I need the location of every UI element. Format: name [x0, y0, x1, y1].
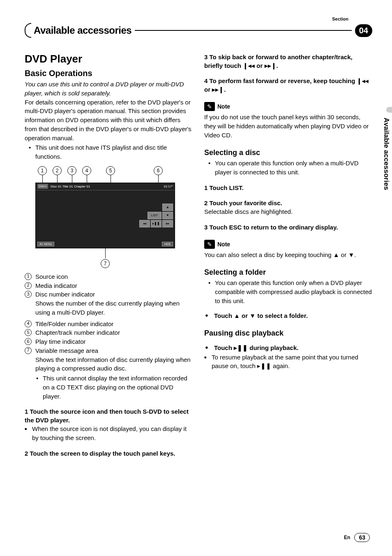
step-3: 3 To skip back or forward to another cha…	[204, 53, 372, 70]
callout-6: 6	[154, 166, 163, 175]
legend-item: 7Variable message area	[25, 346, 193, 355]
intro-bullet: This unit does not have ITS playlist and…	[25, 143, 193, 161]
page-number: 63	[354, 533, 370, 542]
next-track-icon: ▸▸❙	[265, 62, 277, 69]
step-1: 1 Touch the source icon and then touch S…	[25, 407, 193, 424]
sel-disc-step-2-body: Selectable discs are highlighted.	[204, 207, 372, 216]
legend-item: 5Chapter/track number indicator	[25, 328, 193, 337]
note-row-2: ✎ Note	[204, 240, 372, 249]
sel-disc-step-1: 1 Touch LIST.	[204, 183, 372, 192]
prev-button: ◂◂	[139, 220, 150, 227]
play-pause-icon: ▸❚❚	[257, 362, 271, 369]
note-body: If you do not use the touch panel keys w…	[204, 113, 372, 139]
callout-7: 7	[101, 259, 110, 268]
footer-lang: En	[344, 535, 350, 540]
heading-basic-operations: Basic Operations	[25, 69, 193, 78]
sel-folder-bullets: You can operate this function only when …	[204, 278, 372, 305]
heading-dvd-player: DVD Player	[25, 53, 193, 65]
next-track-icon: ▸▸❙	[212, 86, 224, 93]
down-button: ▼	[162, 212, 173, 219]
left-column: DVD Player Basic Operations You can use …	[25, 53, 193, 458]
legend-desc: Shows the number of the disc currently p…	[25, 299, 193, 317]
pause-action: Touch ▸❚❚ during playback.	[204, 343, 372, 352]
intro-body: For details concerning operation, refer …	[25, 98, 193, 143]
heading-pausing: Pausing disc playback	[204, 329, 372, 338]
play-time: 01'17"	[164, 185, 173, 188]
manual-page: Section Available accessories 04 DVD Pla…	[0, 0, 392, 556]
legend-desc: Shows the text information of disc curre…	[25, 355, 193, 373]
up-arrow-icon: ▲	[234, 312, 240, 319]
sel-disc-bullet: You can operate this function only when …	[204, 159, 372, 177]
pause-follow: To resume playback at the same point tha…	[204, 353, 372, 371]
side-tab-accent	[386, 107, 392, 113]
up-arrow-icon: ▲	[333, 251, 339, 258]
prev-track-icon: ❙◂◂	[357, 77, 369, 84]
legend-item: 2Media indicator	[25, 281, 193, 290]
legend-item: 3Disc number indicator	[25, 290, 193, 299]
av-menu-button: AV MENU	[37, 242, 54, 246]
legend-item: 4Title/Folder number indicator	[25, 320, 193, 329]
chapter-title: Available accessories	[34, 25, 131, 36]
sel-folder-action: Touch ▲ or ▼ to select a folder.	[204, 311, 372, 320]
callout-3: 3	[67, 166, 76, 175]
legend-item: 1Source icon	[25, 272, 193, 281]
source-icon: DVD-V	[37, 184, 48, 189]
callout-4: 4	[82, 166, 91, 175]
info-line: Disc 01 Title 01 Chapter 01	[51, 185, 90, 188]
section-number-badge: 04	[355, 24, 372, 37]
callout-row-bottom: 7	[35, 248, 175, 268]
hide-button: HIDE	[162, 242, 173, 246]
footer: En 63	[344, 533, 370, 542]
sel-disc-step-3: 3 Touch ESC to return to the ordinary di…	[204, 223, 372, 232]
intro-italic: You can use this unit to control a DVD p…	[25, 80, 193, 98]
next-button: ▸▸	[162, 220, 173, 227]
legend-sub-bullet: This unit cannot display the text inform…	[25, 374, 193, 401]
content-columns: DVD Player Basic Operations You can use …	[25, 53, 372, 458]
note-2-body: You can also select a disc by keeping to…	[204, 250, 372, 259]
side-tab: Available accessories	[380, 115, 392, 192]
play-pause-button: ▸❚❚	[151, 220, 161, 227]
note-label: Note	[217, 103, 230, 110]
screen-controls: ▲ LIST ▼ ◂◂ ▸❚❚ ▸▸	[139, 204, 173, 227]
note-icon: ✎	[204, 102, 215, 111]
note-label: Note	[217, 241, 230, 248]
callout-5: 5	[106, 166, 115, 175]
intro-bullet-list: This unit does not have ITS playlist and…	[25, 143, 193, 161]
down-arrow-icon: ▼	[348, 251, 354, 258]
up-button: ▲	[162, 204, 173, 211]
screen-top-bar: DVD-V Disc 01 Title 01 Chapter 01 01'17"	[36, 183, 175, 190]
sel-folder-bullet: You can operate this function only when …	[204, 278, 372, 305]
heading-selecting-folder: Selecting a folder	[204, 268, 372, 277]
step-1-follow: When the source icon is not displayed, y…	[25, 424, 193, 442]
right-column: 3 To skip back or forward to another cha…	[204, 53, 372, 458]
legend-sub-item: This unit cannot display the text inform…	[25, 374, 193, 401]
note-icon: ✎	[204, 240, 215, 249]
callout-row-top: 1 2 3 4 5 6	[35, 166, 175, 183]
figure-legend-2: 4Title/Folder number indicator 5Chapter/…	[25, 320, 193, 355]
sel-disc-step-2: 2 Touch your favorite disc.	[204, 199, 372, 207]
title-rule	[135, 30, 352, 31]
bracket-left-icon	[25, 23, 31, 38]
prev-track-icon: ❙◂◂	[243, 62, 255, 69]
note-row: ✎ Note	[204, 102, 372, 111]
header-row: Section	[25, 16, 372, 21]
heading-selecting-disc: Selecting a disc	[204, 148, 372, 157]
legend-item: 6Play time indicator	[25, 337, 193, 346]
title-row: Available accessories 04	[25, 23, 372, 38]
list-button: LIST	[148, 212, 161, 219]
play-pause-icon: ▸❚❚	[234, 344, 248, 351]
section-label: Section	[332, 16, 372, 21]
callout-1: 1	[38, 166, 47, 175]
screen-mock: DVD-V Disc 01 Title 01 Chapter 01 01'17"…	[35, 183, 175, 248]
step-4: 4 To perform fast forward or reverse, ke…	[204, 76, 372, 94]
step-2: 2 Touch the screen to display the touch …	[25, 449, 193, 458]
sel-disc-bullets: You can operate this function only when …	[204, 159, 372, 177]
figure-legend: 1Source icon 2Media indicator 3Disc numb…	[25, 272, 193, 299]
screen-figure: 1 2 3 4 5 6 DVD-V Disc 01 Titl	[35, 166, 175, 268]
callout-2: 2	[53, 166, 62, 175]
down-arrow-icon: ▼	[249, 312, 256, 319]
